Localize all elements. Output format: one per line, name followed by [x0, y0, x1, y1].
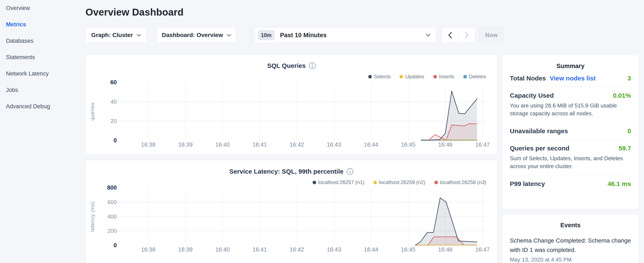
- dashboard-dropdown-label: Dashboard: Overview: [162, 32, 223, 39]
- events-heading: Events: [510, 222, 631, 229]
- summary-label: Capacity Used: [510, 92, 554, 99]
- summary-value: 3: [628, 75, 631, 82]
- svg-text:16:42: 16:42: [290, 141, 304, 148]
- summary-label: P99 latency: [510, 180, 545, 187]
- event-message: Schema Change Completed: Schema change w…: [510, 236, 631, 255]
- summary-value: 59.7: [619, 145, 631, 152]
- summary-value: 0: [628, 127, 631, 135]
- svg-text:800: 800: [107, 184, 117, 191]
- svg-text:16:43: 16:43: [327, 141, 341, 148]
- chevron-left-icon: [448, 32, 452, 38]
- svg-text:16:44: 16:44: [364, 141, 378, 148]
- svg-text:latency (ms): latency (ms): [90, 201, 95, 232]
- svg-text:16:40: 16:40: [216, 141, 230, 148]
- summary-subtext: Sum of Selects, Updates, Inserts, and De…: [510, 154, 631, 170]
- toolbar-divider: [251, 28, 251, 43]
- sidebar-item-metrics[interactable]: Metrics: [0, 16, 85, 33]
- chevron-right-icon: [465, 32, 468, 38]
- summary-label: Unavailable ranges: [510, 127, 568, 135]
- sidebar: Overview Metrics Databases Statements Ne…: [0, 0, 85, 263]
- summary-value: 46.1 ms: [608, 180, 631, 187]
- sql-queries-chart: 16:3816:3916:4016:4116:4216:4316:4416:45…: [86, 55, 498, 155]
- svg-text:16:47: 16:47: [476, 246, 490, 253]
- summary-heading: Summary: [510, 63, 631, 70]
- chevron-down-icon: [137, 34, 141, 37]
- graph-dropdown[interactable]: Graph: Cluster: [86, 27, 147, 43]
- svg-text:400: 400: [108, 213, 117, 220]
- svg-text:16:45: 16:45: [401, 141, 416, 148]
- svg-text:16:43: 16:43: [327, 246, 341, 253]
- events-panel: Events Schema Change Completed: Schema c…: [502, 214, 639, 263]
- sidebar-item-overview[interactable]: Overview: [0, 0, 85, 16]
- svg-text:16:46: 16:46: [438, 246, 453, 253]
- time-range-label: Past 10 Minutes: [280, 32, 426, 39]
- sql-queries-chart-card: SQL Queries SelectsUpdatesInsertsDeletes…: [86, 54, 498, 155]
- summary-row-capacity-used: Capacity Used 0.01% You are using 28.6 M…: [510, 87, 631, 122]
- svg-text:20: 20: [110, 118, 117, 124]
- svg-text:16:41: 16:41: [252, 141, 267, 148]
- svg-text:16:40: 16:40: [216, 246, 230, 253]
- sidebar-item-statements[interactable]: Statements: [0, 49, 85, 66]
- svg-text:16:44: 16:44: [364, 246, 378, 253]
- svg-text:16:47: 16:47: [476, 141, 490, 148]
- svg-text:16:41: 16:41: [252, 246, 267, 253]
- svg-text:60: 60: [110, 79, 117, 86]
- svg-text:16:38: 16:38: [141, 246, 156, 253]
- summary-row-total-nodes: Total Nodes View nodes list 3: [510, 70, 631, 87]
- chevron-down-icon: [426, 34, 430, 37]
- summary-row-queries-per-second: Queries per second 59.7 Sum of Selects, …: [510, 140, 631, 175]
- service-latency-chart-card: Service Latency: SQL, 99th percentile lo…: [86, 160, 498, 263]
- svg-text:0: 0: [114, 242, 117, 248]
- summary-row-unavailable-ranges: Unavailable ranges 0: [510, 122, 631, 140]
- dashboard-dropdown[interactable]: Dashboard: Overview: [157, 27, 236, 43]
- chevron-down-icon: [227, 34, 231, 37]
- svg-text:16:39: 16:39: [178, 246, 193, 253]
- graph-dropdown-label: Graph: Cluster: [91, 32, 133, 39]
- sidebar-item-databases[interactable]: Databases: [0, 33, 85, 49]
- svg-text:16:42: 16:42: [290, 246, 304, 253]
- svg-text:0: 0: [114, 137, 117, 144]
- svg-text:16:38: 16:38: [141, 141, 156, 148]
- sidebar-item-network-latency[interactable]: Network Latency: [0, 66, 85, 82]
- sidebar-item-advanced-debug[interactable]: Advanced Debug: [0, 98, 85, 115]
- overview-dashboard-page: Overview Metrics Databases Statements Ne…: [0, 0, 644, 263]
- svg-text:16:45: 16:45: [401, 246, 416, 253]
- now-button[interactable]: Now: [479, 27, 504, 43]
- view-nodes-list-link[interactable]: View nodes list: [550, 75, 596, 82]
- svg-text:16:46: 16:46: [438, 141, 453, 148]
- summary-row-p99-latency: P99 latency 46.1 ms: [510, 175, 631, 192]
- summary-subtext: You are using 28.6 MiB of 515.9 GiB usab…: [510, 102, 631, 117]
- next-range-button[interactable]: [458, 28, 475, 43]
- summary-label: Queries per second: [510, 145, 569, 152]
- event-timestamp: May 13, 2020 at 4:45 PM: [510, 256, 631, 263]
- prev-range-button[interactable]: [442, 28, 458, 43]
- time-step-buttons: [442, 27, 475, 43]
- page-title: Overview Dashboard: [86, 7, 184, 18]
- svg-text:40: 40: [110, 99, 117, 105]
- svg-text:queries: queries: [90, 102, 95, 121]
- summary-label: Total Nodes: [510, 75, 546, 82]
- sidebar-item-jobs[interactable]: Jobs: [0, 82, 85, 98]
- service-latency-chart: 16:3816:3916:4016:4116:4216:4316:4416:45…: [86, 160, 498, 263]
- summary-value: 0.01%: [613, 92, 631, 99]
- svg-text:600: 600: [108, 199, 117, 205]
- toolbar: Graph: Cluster Dashboard: Overview 10m P…: [86, 27, 511, 43]
- svg-text:200: 200: [108, 228, 117, 234]
- time-range-selector[interactable]: 10m Past 10 Minutes: [255, 27, 436, 43]
- summary-panel: Summary Total Nodes View nodes list 3 Ca…: [502, 55, 639, 209]
- svg-text:16:39: 16:39: [178, 141, 193, 148]
- time-range-badge: 10m: [258, 30, 274, 40]
